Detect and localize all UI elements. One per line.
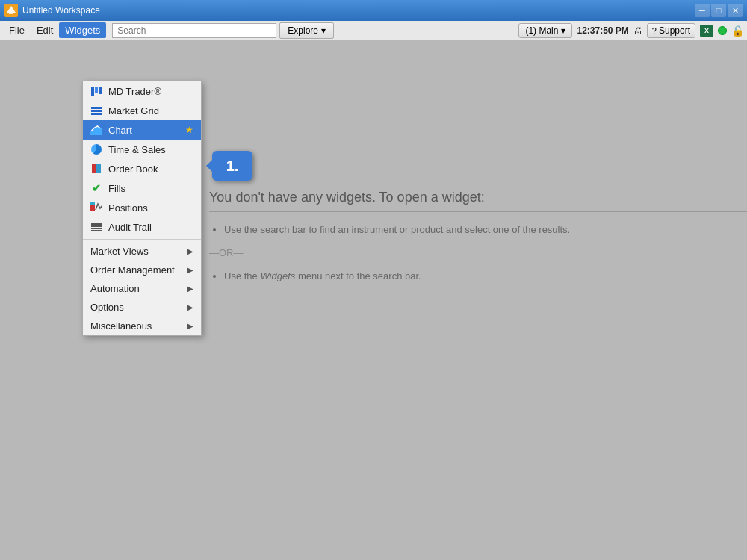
menubar-right: (1) Main ▾ 12:37:50 PM 🖨 ? Support X 🔒 [518, 23, 744, 38]
workspace-label: (1) Main [525, 25, 558, 36]
fills-label: Fills [108, 183, 193, 194]
bullet2-prefix: Use the [224, 270, 260, 281]
widgets-menu[interactable]: Widgets [59, 22, 106, 38]
menu-separator [83, 239, 201, 240]
workspace-dropdown-icon: ▾ [561, 25, 565, 36]
printer-icon[interactable]: 🖨 [633, 25, 642, 36]
chart-icon [90, 124, 102, 136]
menu-item-order-management[interactable]: Order Management ▶ [83, 261, 201, 279]
window-title: Untitled Workspace [22, 5, 693, 16]
menu-item-order-book[interactable]: Order Book [83, 159, 201, 178]
menu-item-market-views[interactable]: Market Views ▶ [83, 242, 201, 261]
lock-icon[interactable]: 🔒 [731, 25, 744, 37]
market-grid-icon [90, 105, 102, 116]
step-callout-text: 1. [226, 158, 239, 175]
or-divider: —OR— [209, 247, 747, 258]
automation-label: Automation [90, 283, 182, 294]
time-sales-icon [90, 143, 102, 155]
question-icon: ? [652, 26, 657, 35]
app-icon [4, 4, 18, 17]
svg-rect-4 [96, 126, 99, 135]
menu-item-time-sales[interactable]: Time & Sales [83, 140, 201, 159]
order-book-icon [90, 163, 102, 175]
audit-trail-label: Audit Trail [108, 222, 193, 233]
connection-status-dot [718, 26, 727, 35]
svg-rect-5 [99, 128, 102, 135]
options-label: Options [90, 302, 182, 313]
edit-menu[interactable]: Edit [31, 22, 59, 38]
main-area: You don't have any widgets. To open a wi… [0, 40, 747, 560]
step-callout: 1. [212, 151, 252, 181]
explore-label: Explore [288, 25, 318, 36]
svg-rect-2 [90, 131, 93, 135]
miscellaneous-label: Miscellaneous [90, 320, 182, 332]
miscellaneous-arrow: ▶ [187, 322, 193, 330]
order-book-label: Order Book [108, 164, 193, 175]
workspace-selector[interactable]: (1) Main ▾ [518, 23, 572, 38]
menu-item-market-grid[interactable]: Market Grid [83, 101, 201, 120]
positions-label: Positions [108, 202, 193, 214]
empty-state: You don't have any widgets. To open a wi… [209, 190, 747, 285]
support-label: Support [659, 25, 690, 36]
svg-marker-0 [7, 6, 16, 13]
close-button[interactable]: ✕ [728, 4, 743, 17]
bullet2-suffix: menu next to the search bar. [295, 270, 421, 281]
explore-dropdown-icon: ▾ [321, 25, 326, 36]
md-trader-icon [90, 85, 102, 97]
excel-icon[interactable]: X [700, 25, 713, 37]
market-views-label: Market Views [90, 246, 182, 257]
options-arrow: ▶ [187, 303, 193, 311]
menu-item-positions[interactable]: Positions [83, 198, 201, 217]
menu-item-fills[interactable]: ✔ Fills [83, 178, 201, 198]
empty-state-bullet1: Use the search bar to find an instrument… [224, 221, 747, 238]
svg-rect-7 [90, 202, 95, 205]
positions-icon [90, 202, 102, 214]
automation-arrow: ▶ [187, 284, 193, 293]
time-sales-label: Time & Sales [108, 144, 193, 155]
svg-rect-1 [9, 13, 13, 14]
fills-icon: ✔ [90, 182, 102, 194]
menu-item-chart[interactable]: Chart ★ [83, 120, 201, 140]
file-menu[interactable]: File [3, 22, 31, 38]
svg-rect-6 [90, 205, 95, 211]
chart-label: Chart [108, 125, 179, 136]
menu-item-md-trader[interactable]: MD Trader® [83, 81, 201, 101]
support-button[interactable]: ? Support [647, 23, 695, 38]
empty-state-heading: You don't have any widgets. To open a wi… [209, 190, 747, 212]
restore-button[interactable]: □ [711, 4, 726, 17]
search-input[interactable] [112, 23, 276, 38]
order-management-label: Order Management [90, 264, 182, 276]
order-management-arrow: ▶ [187, 266, 193, 274]
time-display: 12:37:50 PM [577, 25, 628, 36]
explore-button[interactable]: Explore ▾ [279, 22, 334, 39]
minimize-button[interactable]: ─ [695, 4, 710, 17]
menu-item-miscellaneous[interactable]: Miscellaneous ▶ [83, 317, 201, 335]
bullet2-italic: Widgets [260, 270, 295, 281]
widgets-dropdown: MD Trader® Market Grid Chart [82, 81, 202, 336]
market-views-arrow: ▶ [187, 247, 193, 255]
menu-item-automation[interactable]: Automation ▶ [83, 279, 201, 298]
chart-star-icon: ★ [185, 125, 193, 135]
empty-state-bullet2: Use the Widgets menu next to the search … [224, 267, 747, 284]
menu-item-options[interactable]: Options ▶ [83, 298, 201, 317]
market-grid-label: Market Grid [108, 105, 193, 116]
md-trader-label: MD Trader® [108, 86, 193, 97]
menubar: File Edit Widgets Explore ▾ (1) Main ▾ 1… [0, 21, 747, 40]
audit-trail-icon [90, 221, 102, 233]
menu-item-audit-trail[interactable]: Audit Trail [83, 217, 201, 237]
titlebar: Untitled Workspace ─ □ ✕ [0, 0, 747, 21]
